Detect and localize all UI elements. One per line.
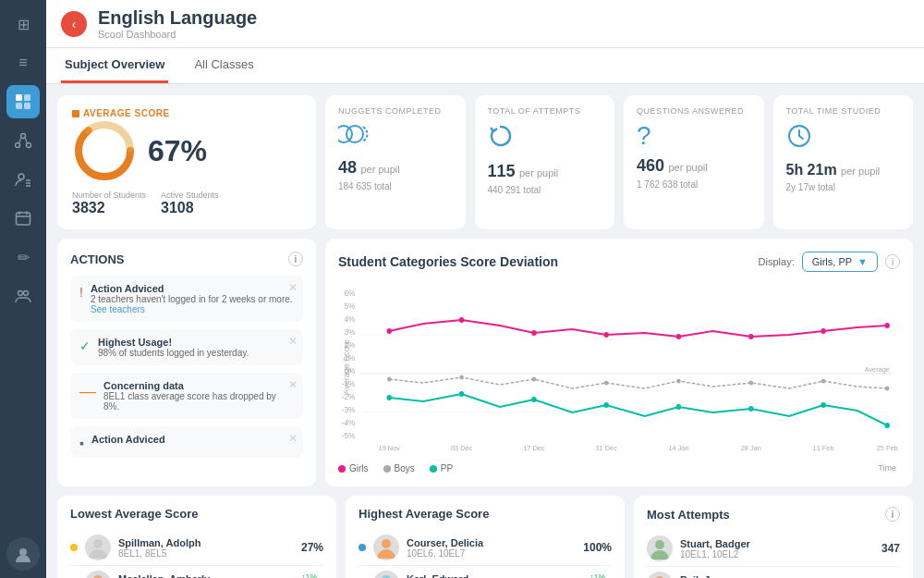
attempts-student-1: Beil, Janean 9EL1, 9EL5, 9LE6 298 — [647, 567, 900, 578]
student-info-h1: Karl, Edward 8EL1, 8EL4 — [407, 573, 582, 579]
svg-point-61 — [821, 328, 826, 334]
svg-point-64 — [459, 375, 464, 380]
user-avatar[interactable] — [6, 537, 40, 571]
pp-legend-dot — [430, 465, 437, 473]
stat-card-time: TOTAL TIME STUDIED 5h 21m per pupil — [773, 95, 914, 229]
student-avatar-h1 — [373, 571, 399, 578]
page-header: ‹ English Language Scool Dashboard — [46, 0, 924, 48]
most-attempts-card: Most Attempts i Stuart, Badger 10EL1, 10… — [634, 496, 913, 578]
svg-point-57 — [531, 330, 537, 336]
action-item-3: ▪ Action Adviced ✕ — [70, 426, 303, 458]
svg-point-74 — [603, 402, 609, 408]
lowest-student-0: Spillman, Adolph 8EL1, 8EL5 27% — [70, 530, 323, 566]
sidebar-item-calendar[interactable] — [6, 202, 40, 235]
svg-point-85 — [655, 540, 664, 549]
line-chart-svg: 6% 5% 4% 3% 2% 1% 0% -1% -2% -3% -4% -5%… — [338, 279, 900, 455]
student-avatar-a1 — [647, 572, 673, 578]
svg-point-77 — [821, 402, 826, 408]
svg-point-63 — [387, 377, 392, 382]
bottom-row: Lowest Average Score Spillman, Adolph 8E… — [57, 496, 913, 578]
sidebar-item-network[interactable] — [6, 124, 40, 157]
action-item-2: — Concerning data 8EL1 class average sco… — [70, 373, 303, 419]
svg-point-6 — [27, 143, 31, 148]
action-close-0[interactable]: ✕ — [288, 281, 298, 294]
student-info-h0: Courser, Delicia 10EL6, 10EL7 — [407, 537, 576, 559]
calendar-icon — [15, 210, 31, 227]
dashboard-icon — [15, 93, 31, 110]
svg-point-70 — [885, 387, 890, 391]
sidebar-item-group[interactable] — [6, 279, 40, 313]
highest-student-0: Courser, Delicia 10EL6, 10EL7 100% — [359, 530, 612, 566]
display-dropdown[interactable]: Girls, PP ▼ — [802, 252, 878, 272]
actions-info-icon[interactable]: i — [288, 252, 303, 266]
svg-rect-3 — [24, 103, 30, 109]
chart-info-icon[interactable]: i — [885, 254, 900, 269]
student-avatar-0 — [85, 535, 111, 560]
student-info-a0: Stuart, Badger 10EL1, 10EL2 — [680, 538, 874, 560]
score-content: 67% — [72, 118, 301, 183]
legend-boys: Boys — [383, 463, 415, 473]
svg-text:03 Dec: 03 Dec — [451, 444, 472, 452]
chart-area: 6% 5% 4% 3% 2% 1% 0% -1% -2% -3% -4% -5%… — [338, 279, 900, 458]
chart-controls: Display: Girls, PP ▼ i — [759, 252, 900, 272]
student-info-1: Mcclellan, Amberly 8EL2, 9LE5 — [118, 573, 294, 579]
sidebar-item-users[interactable] — [6, 163, 40, 196]
action-close-3[interactable]: ✕ — [288, 432, 298, 445]
stat-card-questions: QUESTIONS ANSWERED ? 460 per pupil 1 762… — [624, 95, 764, 229]
tab-subject-overview[interactable]: Subject Overview — [61, 48, 168, 83]
svg-point-59 — [676, 334, 682, 339]
action-close-2[interactable]: ✕ — [288, 378, 298, 391]
user-filter-icon — [15, 171, 31, 188]
sidebar: ⊞ ≡ ✏ — [0, 0, 46, 578]
svg-point-62 — [884, 323, 890, 328]
svg-text:Average Score: Average Score — [342, 339, 351, 394]
svg-rect-0 — [16, 94, 22, 101]
svg-point-67 — [676, 379, 681, 384]
actions-panel: ACTIONS i ! Action Adviced 2 teachers ha… — [57, 239, 316, 486]
sidebar-item-grid[interactable]: ⊞ — [6, 7, 40, 41]
svg-text:4%: 4% — [344, 314, 355, 324]
most-attempts-info-icon[interactable]: i — [885, 507, 900, 522]
svg-point-56 — [459, 317, 465, 323]
chart-header: Student Categories Score Deviation Displ… — [338, 252, 900, 272]
svg-point-79 — [93, 539, 103, 548]
svg-point-82 — [382, 539, 391, 548]
action-content-3: Action Adviced — [91, 434, 165, 445]
svg-text:14 Jan: 14 Jan — [668, 444, 688, 452]
svg-point-58 — [603, 332, 609, 338]
tab-bar: Subject Overview All Classes — [46, 48, 924, 84]
legend-pp: PP — [430, 463, 453, 473]
top-row: AVERAGE SCORE 67% — [57, 95, 913, 229]
stat-number-students: Number of Students 3832 — [72, 191, 146, 216]
stat-cards-row: NUGGETS COMPLETED 48 per pupil 184 635 t… — [325, 95, 913, 229]
sidebar-item-dashboard[interactable] — [6, 85, 40, 118]
network-icon — [15, 132, 31, 149]
info-action-icon: ▪ — [79, 436, 84, 450]
rank-dot-0 — [70, 544, 78, 551]
svg-text:-3%: -3% — [342, 405, 356, 414]
svg-rect-2 — [16, 103, 22, 109]
sidebar-item-document[interactable]: ≡ — [6, 46, 40, 80]
stat-active-students: Active Students 3108 — [161, 191, 219, 216]
svg-rect-1 — [24, 94, 30, 101]
group-icon — [15, 288, 31, 304]
lowest-avg-list: Spillman, Adolph 8EL1, 8EL5 27% — [70, 530, 323, 578]
time-label: Time — [878, 463, 896, 473]
back-button[interactable]: ‹ — [61, 11, 87, 37]
svg-point-68 — [748, 381, 753, 386]
svg-point-65 — [532, 377, 537, 382]
action-close-1[interactable]: ✕ — [288, 335, 298, 348]
svg-line-27 — [799, 136, 803, 139]
questions-icon: ? — [637, 123, 751, 149]
see-teachers-link[interactable]: See teachers — [91, 304, 145, 314]
svg-text:-4%: -4% — [342, 418, 356, 427]
svg-text:11 Feb: 11 Feb — [813, 444, 834, 452]
svg-line-8 — [25, 138, 28, 144]
svg-text:3%: 3% — [344, 327, 355, 337]
rank-dot-h0 — [359, 544, 366, 551]
sidebar-item-pencil[interactable]: ✏ — [6, 240, 40, 274]
svg-point-5 — [16, 143, 20, 148]
tab-all-classes[interactable]: All Classes — [190, 48, 257, 83]
action-content-1: Highest Usage! 98% of students logged in… — [98, 337, 249, 358]
svg-point-72 — [459, 391, 465, 397]
